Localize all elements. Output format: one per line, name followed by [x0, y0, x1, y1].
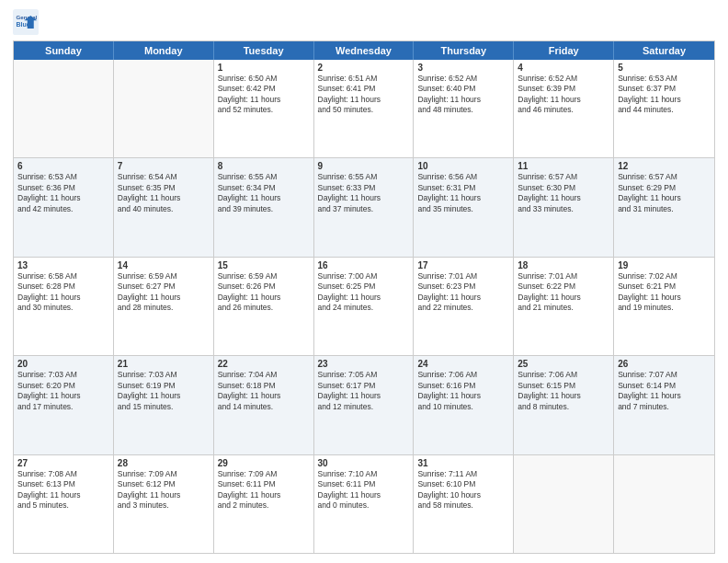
weekday-header: Tuesday: [214, 41, 314, 60]
cell-info-line: Sunrise: 7:09 AM: [118, 469, 210, 479]
calendar-cell: 22Sunrise: 7:04 AMSunset: 6:18 PMDayligh…: [214, 356, 314, 454]
cell-info-line: Daylight: 11 hours: [318, 490, 410, 500]
cell-info-line: Sunset: 6:31 PM: [417, 183, 509, 193]
day-number: 4: [518, 63, 609, 73]
day-number: 23: [318, 359, 410, 369]
cell-info-line: Daylight: 11 hours: [417, 193, 509, 203]
cell-info-line: Sunrise: 7:06 AM: [518, 370, 609, 380]
day-number: 24: [417, 359, 509, 369]
cell-info-line: Sunrise: 6:56 AM: [417, 172, 509, 182]
weekday-header: Wednesday: [314, 41, 415, 60]
cell-info-line: Sunset: 6:39 PM: [518, 84, 609, 94]
cell-info-line: Sunrise: 7:02 AM: [618, 271, 711, 282]
cell-info-line: Sunset: 6:11 PM: [218, 479, 310, 489]
day-number: 18: [518, 260, 609, 270]
cell-info-line: Daylight: 10 hours: [417, 490, 509, 500]
calendar-cell: 30Sunrise: 7:10 AMSunset: 6:11 PMDayligh…: [314, 455, 415, 553]
cell-info-line: and 2 minutes.: [218, 500, 310, 511]
cell-info-line: and 17 minutes.: [17, 402, 109, 412]
calendar-cell: 6Sunrise: 6:53 AMSunset: 6:36 PMDaylight…: [14, 158, 114, 256]
empty-cell: [114, 60, 214, 157]
calendar-cell: 12Sunrise: 6:57 AMSunset: 6:29 PMDayligh…: [614, 158, 714, 256]
cell-info-line: Sunset: 6:28 PM: [17, 282, 109, 292]
cell-info-line: Daylight: 11 hours: [318, 293, 410, 303]
day-number: 3: [417, 63, 509, 73]
cell-info-line: and 48 minutes.: [417, 105, 509, 115]
cell-info-line: Sunrise: 7:08 AM: [17, 469, 109, 479]
cell-info-line: Sunset: 6:23 PM: [417, 282, 509, 292]
day-number: 25: [518, 359, 609, 369]
cell-info-line: and 52 minutes.: [218, 105, 310, 115]
day-number: 17: [417, 260, 509, 270]
cell-info-line: Sunrise: 7:11 AM: [417, 469, 509, 479]
day-number: 11: [518, 161, 609, 171]
cell-info-line: and 35 minutes.: [417, 204, 509, 214]
calendar-cell: 8Sunrise: 6:55 AMSunset: 6:34 PMDaylight…: [214, 158, 314, 256]
calendar-cell: 3Sunrise: 6:52 AMSunset: 6:40 PMDaylight…: [414, 60, 514, 157]
cell-info-line: Sunset: 6:25 PM: [318, 282, 410, 292]
calendar-cell: 25Sunrise: 7:06 AMSunset: 6:15 PMDayligh…: [514, 356, 614, 454]
calendar-cell: 19Sunrise: 7:02 AMSunset: 6:21 PMDayligh…: [614, 258, 714, 355]
cell-info-line: Sunset: 6:29 PM: [618, 183, 711, 193]
calendar-cell: 13Sunrise: 6:58 AMSunset: 6:28 PMDayligh…: [14, 258, 114, 355]
cell-info-line: Sunset: 6:19 PM: [118, 381, 210, 391]
cell-info-line: Sunrise: 7:03 AM: [118, 370, 210, 380]
cell-info-line: Daylight: 11 hours: [118, 193, 210, 203]
cell-info-line: and 22 minutes.: [417, 303, 509, 313]
day-number: 2: [318, 63, 410, 73]
cell-info-line: Sunset: 6:17 PM: [318, 381, 410, 391]
cell-info-line: Sunset: 6:27 PM: [118, 282, 210, 292]
cell-info-line: Daylight: 11 hours: [417, 95, 509, 105]
cell-info-line: Sunrise: 6:59 AM: [118, 271, 210, 282]
cell-info-line: Sunrise: 6:57 AM: [518, 172, 609, 182]
cell-info-line: Daylight: 11 hours: [218, 95, 310, 105]
day-number: 27: [17, 458, 109, 468]
cell-info-line: and 30 minutes.: [17, 303, 109, 313]
header: General Blue: [13, 9, 715, 35]
calendar-cell: 21Sunrise: 7:03 AMSunset: 6:19 PMDayligh…: [114, 356, 214, 454]
cell-info-line: and 42 minutes.: [17, 204, 109, 214]
cell-info-line: and 24 minutes.: [318, 303, 410, 313]
calendar-cell: 9Sunrise: 6:55 AMSunset: 6:33 PMDaylight…: [314, 158, 415, 256]
cell-info-line: Daylight: 11 hours: [618, 193, 711, 203]
cell-info-line: and 31 minutes.: [618, 204, 711, 214]
calendar-cell: 31Sunrise: 7:11 AMSunset: 6:10 PMDayligh…: [414, 455, 514, 553]
cell-info-line: and 58 minutes.: [417, 500, 509, 511]
calendar-body: 1Sunrise: 6:50 AMSunset: 6:42 PMDaylight…: [14, 60, 714, 553]
cell-info-line: Sunrise: 7:09 AM: [218, 469, 310, 479]
cell-info-line: Daylight: 11 hours: [318, 95, 410, 105]
cell-info-line: Daylight: 11 hours: [618, 391, 711, 401]
day-number: 8: [218, 161, 310, 171]
calendar-cell: 17Sunrise: 7:01 AMSunset: 6:23 PMDayligh…: [414, 258, 514, 355]
cell-info-line: Sunrise: 6:52 AM: [417, 74, 509, 84]
cell-info-line: Daylight: 11 hours: [417, 391, 509, 401]
day-number: 19: [618, 260, 711, 270]
day-number: 16: [318, 260, 410, 270]
cell-info-line: Sunset: 6:13 PM: [17, 479, 109, 489]
cell-info-line: Sunset: 6:14 PM: [618, 381, 711, 391]
calendar-cell: 2Sunrise: 6:51 AMSunset: 6:41 PMDaylight…: [314, 60, 415, 157]
cell-info-line: Sunrise: 6:57 AM: [618, 172, 711, 182]
cell-info-line: Sunset: 6:36 PM: [17, 183, 109, 193]
cell-info-line: Sunset: 6:34 PM: [218, 183, 310, 193]
cell-info-line: Sunset: 6:41 PM: [318, 84, 410, 94]
weekday-header: Sunday: [14, 41, 114, 60]
day-number: 30: [318, 458, 410, 468]
cell-info-line: Sunset: 6:15 PM: [518, 381, 609, 391]
cell-info-line: Sunrise: 6:59 AM: [218, 271, 310, 282]
cell-info-line: Sunrise: 6:53 AM: [618, 74, 711, 84]
calendar-cell: 5Sunrise: 6:53 AMSunset: 6:37 PMDaylight…: [614, 60, 714, 157]
calendar-cell: 27Sunrise: 7:08 AMSunset: 6:13 PMDayligh…: [14, 455, 114, 553]
cell-info-line: Daylight: 11 hours: [618, 293, 711, 303]
calendar-cell: 14Sunrise: 6:59 AMSunset: 6:27 PMDayligh…: [114, 258, 214, 355]
calendar-row: 6Sunrise: 6:53 AMSunset: 6:36 PMDaylight…: [14, 157, 714, 256]
cell-info-line: Sunrise: 7:03 AM: [17, 370, 109, 380]
calendar-cell: 28Sunrise: 7:09 AMSunset: 6:12 PMDayligh…: [114, 455, 214, 553]
calendar-row: 13Sunrise: 6:58 AMSunset: 6:28 PMDayligh…: [14, 257, 714, 355]
weekday-header: Saturday: [614, 41, 714, 60]
cell-info-line: Sunrise: 6:50 AM: [218, 74, 310, 84]
cell-info-line: Sunrise: 7:10 AM: [318, 469, 410, 479]
weekday-header: Friday: [514, 41, 614, 60]
cell-info-line: and 10 minutes.: [417, 402, 509, 412]
day-number: 14: [118, 260, 210, 270]
